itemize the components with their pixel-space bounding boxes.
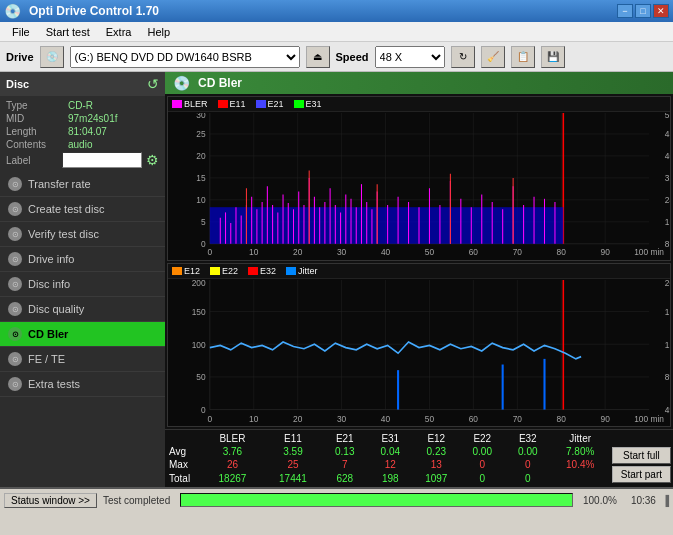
svg-text:16%: 16% — [665, 306, 670, 316]
svg-text:10: 10 — [249, 413, 258, 423]
close-button[interactable]: ✕ — [653, 4, 669, 18]
header-e22: E22 — [460, 432, 506, 445]
sidebar-menu: ⊙ Transfer rate ⊙ Create test disc ⊙ Ver… — [0, 172, 165, 487]
avg-e31: 0.04 — [368, 445, 414, 458]
e32-label: E32 — [260, 266, 276, 276]
drive-label: Drive — [6, 51, 34, 63]
max-e11: 25 — [264, 458, 322, 471]
header-e31: E31 — [368, 432, 414, 445]
svg-text:5: 5 — [201, 217, 206, 227]
total-e31: 198 — [368, 472, 414, 485]
label-settings-icon[interactable]: ⚙ — [146, 152, 159, 168]
total-jitter — [551, 472, 610, 485]
svg-text:20%: 20% — [665, 280, 670, 288]
verify-test-disc-icon: ⊙ — [8, 227, 22, 241]
bottom-chart: E12 E22 E32 Jitter — [167, 263, 671, 428]
e31-color — [294, 100, 304, 108]
fe-te-label: FE / TE — [28, 353, 65, 365]
svg-text:80: 80 — [557, 413, 566, 423]
header-e32: E32 — [505, 432, 551, 445]
total-e12: 1097 — [413, 472, 459, 485]
menu-file[interactable]: File — [4, 24, 38, 40]
copy-button[interactable]: 📋 — [511, 46, 535, 68]
menu-extra[interactable]: Extra — [98, 24, 140, 40]
stats-area: BLER E11 E21 E31 E12 E22 E32 Jitter Avg … — [165, 429, 673, 487]
sidebar-item-extra-tests[interactable]: ⊙ Extra tests — [0, 372, 165, 397]
top-chart: BLER E11 E21 E31 — [167, 96, 671, 261]
e22-color — [210, 267, 220, 275]
svg-rect-97 — [168, 280, 670, 427]
menubar: File Start test Extra Help — [0, 22, 673, 42]
status-text: Test completed — [103, 495, 170, 506]
svg-text:10: 10 — [196, 195, 206, 205]
avg-e21: 0.13 — [322, 445, 368, 458]
sidebar-item-disc-quality[interactable]: ⊙ Disc quality — [0, 297, 165, 322]
chart-title: CD Bler — [198, 76, 242, 90]
e31-label: E31 — [306, 99, 322, 109]
disc-refresh-icon[interactable]: ↺ — [147, 76, 159, 92]
menu-start-test[interactable]: Start test — [38, 24, 98, 40]
chart-title-bar: 💿 CD Bler — [165, 72, 673, 94]
svg-text:100 min: 100 min — [634, 413, 664, 423]
svg-text:60: 60 — [469, 413, 478, 423]
svg-text:30: 30 — [337, 247, 347, 257]
disc-info-panel: Type CD-R MID 97m24s01f Length 81:04.07 … — [0, 96, 165, 172]
sidebar-item-verify-test-disc[interactable]: ⊙ Verify test disc — [0, 222, 165, 247]
legend-e11: E11 — [218, 99, 246, 109]
jitter-color — [286, 267, 296, 275]
svg-text:4%: 4% — [665, 404, 670, 414]
label-input[interactable] — [62, 152, 142, 168]
max-e22: 0 — [460, 458, 506, 471]
top-chart-legend: BLER E11 E21 E31 — [168, 97, 670, 112]
disc-header: Disc ↺ — [0, 72, 165, 96]
svg-text:200: 200 — [192, 280, 206, 288]
svg-text:20: 20 — [196, 151, 206, 161]
avg-label: Avg — [165, 445, 201, 458]
menu-help[interactable]: Help — [139, 24, 178, 40]
sidebar-item-disc-info[interactable]: ⊙ Disc info — [0, 272, 165, 297]
max-e21: 7 — [322, 458, 368, 471]
total-e11: 17441 — [264, 472, 322, 485]
maximize-button[interactable]: □ — [635, 4, 651, 18]
bottom-chart-legend: E12 E22 E32 Jitter — [168, 264, 670, 279]
refresh-button[interactable]: ↻ — [451, 46, 475, 68]
bler-color — [172, 100, 182, 108]
eject-button[interactable]: ⏏ — [306, 46, 330, 68]
svg-text:100: 100 — [192, 339, 206, 349]
svg-text:50: 50 — [196, 372, 205, 382]
avg-e12: 0.23 — [413, 445, 459, 458]
e11-label: E11 — [230, 99, 246, 109]
sidebar-item-drive-info[interactable]: ⊙ Drive info — [0, 247, 165, 272]
disc-title: Disc — [6, 78, 29, 90]
total-e32: 0 — [505, 472, 551, 485]
window-controls[interactable]: − □ ✕ — [617, 4, 669, 18]
svg-text:32 X: 32 X — [665, 173, 670, 183]
svg-text:90: 90 — [601, 413, 610, 423]
legend-e22: E22 — [210, 266, 238, 276]
svg-text:80: 80 — [557, 247, 567, 257]
sidebar-item-fe-te[interactable]: ⊙ FE / TE — [0, 347, 165, 372]
avg-jitter: 7.80% — [551, 445, 610, 458]
save-button[interactable]: 💾 — [541, 46, 565, 68]
speed-select[interactable]: 48 X — [375, 46, 445, 68]
drive-select[interactable]: (G:) BENQ DVD DD DW1640 BSRB — [70, 46, 300, 68]
start-full-button[interactable]: Start full — [612, 447, 671, 464]
svg-text:0: 0 — [208, 413, 213, 423]
start-part-button[interactable]: Start part — [612, 466, 671, 483]
svg-text:40: 40 — [381, 247, 391, 257]
sidebar-item-cd-bler[interactable]: ⊙ CD Bler — [0, 322, 165, 347]
svg-text:20: 20 — [293, 413, 302, 423]
progress-bar-outer — [180, 493, 573, 507]
progress-bar-inner — [181, 494, 572, 506]
svg-text:60: 60 — [469, 247, 479, 257]
sidebar-item-create-test-disc[interactable]: ⊙ Create test disc — [0, 197, 165, 222]
drive-icon: 💿 — [40, 46, 64, 68]
sidebar-item-transfer-rate[interactable]: ⊙ Transfer rate — [0, 172, 165, 197]
erase-button[interactable]: 🧹 — [481, 46, 505, 68]
e11-color — [218, 100, 228, 108]
speed-label: Speed — [336, 51, 369, 63]
svg-text:56 X: 56 X — [665, 113, 670, 120]
minimize-button[interactable]: − — [617, 4, 633, 18]
status-window-button[interactable]: Status window >> — [4, 493, 97, 508]
drivebar: Drive 💿 (G:) BENQ DVD DD DW1640 BSRB ⏏ S… — [0, 42, 673, 72]
